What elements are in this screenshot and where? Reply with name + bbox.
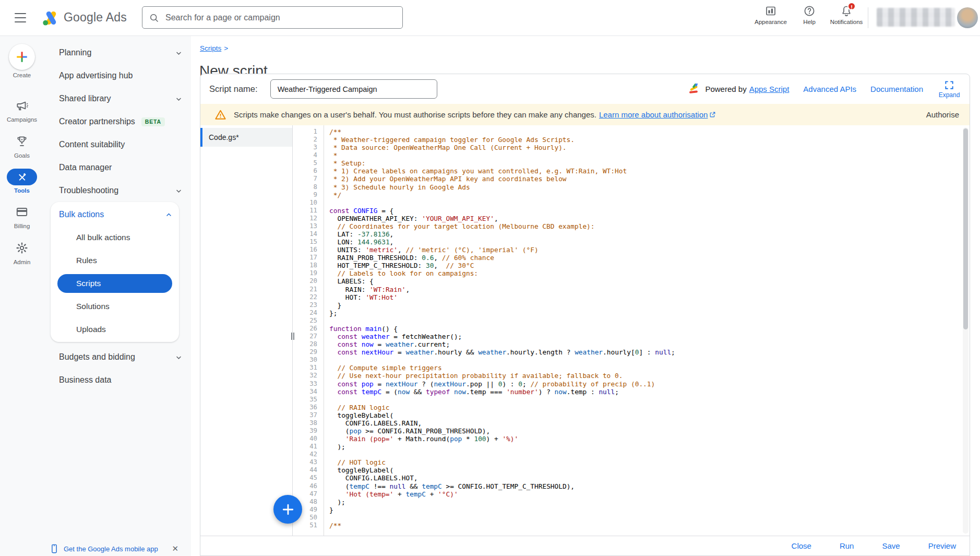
nav-item-budgets-and-bidding[interactable]: Budgets and bidding [44,346,191,369]
nav-label-troubleshooting: Troubleshooting [59,186,118,195]
notifications-label: Notifications [823,19,869,25]
line-number: 19 [293,269,317,277]
rail-item-tools[interactable]: Tools [0,169,44,194]
notifications-button[interactable]: ! Notifications [823,5,869,25]
line-number: 20 [293,277,317,285]
banner-message: Scripts make changes on a user's behalf.… [234,110,596,119]
nav-label-business-data: Business data [59,375,112,385]
code-line: const now = weather.current; [329,340,970,348]
expand-button[interactable]: Expand [937,80,961,99]
code-line: LON: 144.9631, [329,238,970,246]
line-number: 23 [293,301,317,309]
close-button[interactable]: Close [788,541,815,551]
banner-learn-more-link[interactable]: Learn more about authorisation [599,110,716,119]
nav-item-shared-library[interactable]: Shared library [44,87,191,110]
rail-label-campaigns: Campaigns [0,116,44,123]
save-button[interactable]: Save [879,541,903,551]
preview-button[interactable]: Preview [925,541,959,551]
main-content: Scripts> New script Script name: [191,36,980,556]
scrollbar-thumb[interactable] [963,128,968,329]
line-number: 17 [293,254,317,262]
apps-script-icon [688,84,701,95]
line-number: 11 [293,207,317,215]
nav-item-creator-partnerships[interactable]: Creator partnerships BETA [44,110,191,133]
line-number: 25 [293,317,317,325]
line-number: 38 [293,419,317,427]
nav-item-business-data[interactable]: Business data [44,369,191,392]
editor-region: Code.gs* 1234567891011121314151617181920… [200,125,970,536]
nav-item-uploads[interactable]: Uploads [51,318,179,341]
nav-item-bulk-actions[interactable]: Bulk actions [51,203,179,226]
authorise-button[interactable]: Authorise [926,110,959,119]
nav-item-troubleshooting[interactable]: Troubleshooting [44,179,191,202]
line-number: 47 [293,490,317,498]
line-number: 10 [293,199,317,207]
warning-icon [214,109,226,121]
nav-item-rules[interactable]: Rules [51,249,179,272]
panel-resize-handle[interactable] [289,330,296,342]
nav-label-rules: Rules [76,256,97,265]
run-button[interactable]: Run [836,541,857,551]
rail-item-campaigns[interactable]: Campaigns [0,99,44,123]
bulk-actions-group: Bulk actions All bulk actions Rules Scri… [51,202,179,342]
banner-link-text: Learn more about authorisation [599,110,708,119]
chevron-down-icon [174,94,184,104]
nav-item-solutions[interactable]: Solutions [51,295,179,318]
file-tab-codegs[interactable]: Code.gs* [200,128,292,147]
code-line: ); [329,498,970,506]
rail-item-billing[interactable]: Billing [0,205,44,229]
product-name: Google Ads [64,10,127,25]
breadcrumb-scripts-link[interactable]: Scripts [200,44,221,52]
code-line: (pop >= CONFIG.RAIN_PROB_THRESHOLD), [329,427,970,435]
nav-label-creator-partnerships: Creator partnerships [59,117,135,126]
code-editor[interactable]: /** * Weather-triggered campaign toggler… [324,125,970,529]
line-number: 18 [293,262,317,269]
line-number: 4 [293,151,317,159]
rail-label-create: Create [0,72,44,78]
script-name-input[interactable] [270,79,437,99]
code-line: OPENWEATHER_API_KEY: 'YOUR_OWM_API_KEY', [329,215,970,222]
add-fab-button[interactable] [273,495,302,524]
external-link-icon [709,111,716,118]
advanced-apis-link[interactable]: Advanced APIs [803,85,856,93]
line-number: 41 [293,443,317,451]
script-name-label: Script name: [209,84,258,94]
menu-icon[interactable] [15,12,27,23]
plus-icon [281,502,295,517]
code-line: */ [329,191,970,199]
nav-item-all-bulk-actions[interactable]: All bulk actions [51,226,179,249]
nav-item-data-manager[interactable]: Data manager [44,156,191,179]
nav-item-scripts-selected[interactable]: Scripts [57,274,172,293]
line-number: 21 [293,286,317,293]
avatar[interactable] [957,7,978,28]
line-number: 27 [293,333,317,340]
topbar-divider [868,7,868,28]
nav-item-planning[interactable]: Planning [44,41,191,64]
nav-item-content-suitability[interactable]: Content suitability [44,133,191,156]
rail-item-goals[interactable]: Goals [0,135,44,159]
apps-script-link[interactable]: Apps Script [749,85,790,93]
rail-item-create[interactable]: Create [0,44,44,78]
close-icon[interactable]: ✕ [169,543,182,554]
rail-item-admin[interactable]: Admin [0,241,44,265]
search-input[interactable] [164,13,396,23]
code-line: // RAIN logic [329,404,970,411]
tools-icon [7,169,37,185]
script-header: Script name: Powered by [200,74,970,104]
code-line: } [329,301,970,309]
code-line: ); [329,443,970,451]
line-number: 26 [293,325,317,333]
chevron-down-icon [174,48,184,58]
mobile-app-promo[interactable]: Get the Google Ads mobile app ✕ [49,540,182,556]
code-line: const tempC = (now && typeof now.temp ==… [329,388,970,396]
line-number: 42 [293,451,317,458]
nav-item-app-advertising-hub[interactable]: App advertising hub [44,64,191,87]
line-number: 5 [293,159,317,167]
nav-label-solutions: Solutions [76,302,110,311]
line-numbers: 1234567891011121314151617181920212223242… [293,125,324,536]
line-number: 34 [293,388,317,396]
documentation-link[interactable]: Documentation [870,85,923,93]
code-line: const CONFIG = { [329,207,970,215]
code-line: // Labels to look for on campaigns: [329,269,970,277]
search-box[interactable] [142,6,403,29]
